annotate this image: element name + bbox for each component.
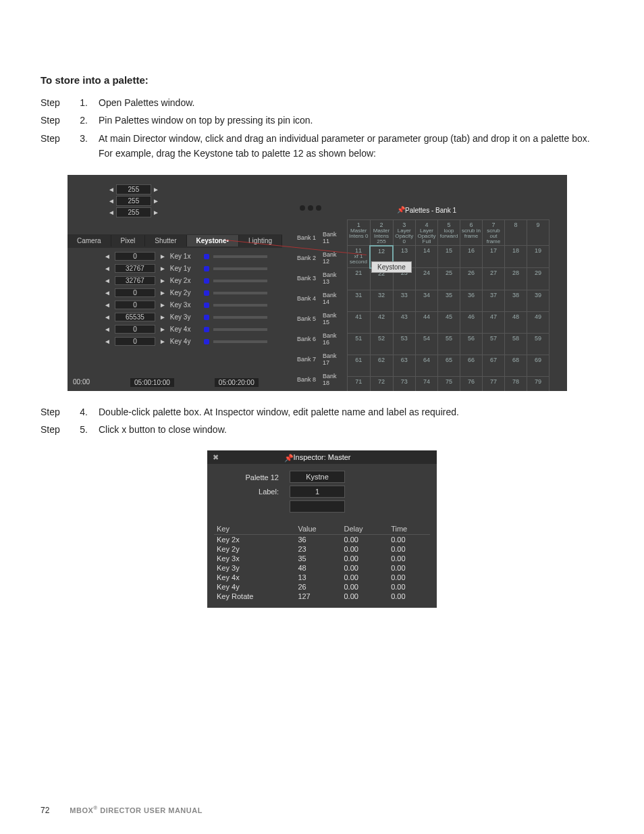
palette-cell[interactable]: 37 — [483, 290, 505, 311]
table-row[interactable]: Key 3y480.000.00 — [214, 563, 430, 573]
window-traffic-lights[interactable] — [300, 205, 321, 211]
palette-cell[interactable]: 42 — [370, 311, 393, 333]
palette-cell[interactable]: 29 — [527, 268, 549, 290]
palette-cell[interactable]: 62 — [370, 355, 393, 376]
bank-row[interactable]: Bank 2Bank 12 — [297, 248, 344, 268]
palette-cell[interactable]: 35 — [438, 290, 460, 311]
palette-name-input[interactable]: Kystne — [290, 471, 345, 483]
palette-cell[interactable]: 43 — [393, 311, 416, 333]
palette-cell[interactable]: 63 — [393, 355, 416, 376]
palette-cell[interactable]: 6scrub in frame — [460, 219, 483, 246]
palette-label-input[interactable]: 1 — [290, 486, 345, 498]
close-icon[interactable] — [300, 205, 305, 211]
palette-cell[interactable]: 79 — [527, 376, 549, 391]
palette-cell[interactable]: 52 — [370, 333, 393, 355]
pin-icon[interactable]: 📌 — [284, 454, 294, 463]
palette-cell[interactable]: 71 — [348, 376, 371, 391]
palette-cell[interactable]: 4Layer Opacity Full — [416, 219, 438, 246]
bank-row[interactable]: Bank 3Bank 13 — [297, 268, 344, 288]
palette-cell[interactable]: 27 — [483, 268, 505, 290]
palette-cell[interactable]: 25 — [438, 268, 460, 290]
bank-row[interactable]: Bank 7Bank 17 — [297, 349, 344, 369]
palette-cell[interactable]: 76 — [460, 376, 483, 391]
palette-cell[interactable]: 64 — [416, 355, 438, 376]
palette-cell[interactable]: 53 — [393, 333, 416, 355]
palette-cell[interactable]: 75 — [438, 376, 460, 391]
bank-row[interactable]: Bank 4Bank 14 — [297, 288, 344, 309]
palette-cell[interactable]: 26 — [460, 268, 483, 290]
palette-cell[interactable]: 11xf 1 second — [348, 246, 371, 268]
bank-row[interactable]: Bank 1Bank 11 — [297, 228, 344, 248]
palette-cell[interactable]: 58 — [505, 333, 527, 355]
palette-cell[interactable]: 55 — [438, 333, 460, 355]
key-row[interactable]: ◄0► Key 1x — [104, 251, 267, 263]
palette-cell[interactable]: 31 — [348, 290, 371, 311]
key-row[interactable]: ◄0► Key 4x — [104, 323, 267, 336]
palette-cell[interactable]: 66 — [460, 355, 483, 376]
palette-cell[interactable]: 48 — [505, 311, 527, 333]
key-row[interactable]: ◄32767► Key 1y — [104, 263, 267, 275]
palette-cell[interactable]: 18 — [505, 246, 527, 268]
palette-cell[interactable]: 59 — [527, 333, 549, 355]
palette-cell[interactable]: 33 — [393, 290, 416, 311]
palette-cell[interactable]: 8 — [505, 219, 527, 246]
bank-row[interactable]: Bank 6Bank 16 — [297, 329, 344, 349]
palette-cell[interactable]: 32 — [370, 290, 393, 311]
spinner[interactable]: ◄255► — [108, 196, 159, 206]
palette-cell[interactable]: 65 — [438, 355, 460, 376]
key-row[interactable]: ◄0► Key 2y — [104, 287, 267, 299]
palette-cell[interactable]: 54 — [416, 333, 438, 355]
pin-icon[interactable]: 📌 — [397, 206, 405, 213]
palette-cell[interactable]: 78 — [505, 376, 527, 391]
palette-cell[interactable]: 17 — [483, 246, 505, 268]
bank-row[interactable]: Bank 5Bank 15 — [297, 309, 344, 329]
palette-cell[interactable]: 74 — [416, 376, 438, 391]
palette-cell[interactable]: 45 — [438, 311, 460, 333]
palette-cell[interactable]: 28 — [505, 268, 527, 290]
key-row[interactable]: ◄65535► Key 3y — [104, 311, 267, 323]
palette-cell[interactable]: 46 — [460, 311, 483, 333]
palette-cell[interactable]: 44 — [416, 311, 438, 333]
palette-cell[interactable]: 21 — [348, 268, 371, 290]
palette-cell[interactable]: 61 — [348, 355, 371, 376]
minimize-icon[interactable] — [308, 205, 313, 211]
tab-camera[interactable]: Camera — [68, 235, 111, 246]
tab-pixel[interactable]: Pixel — [111, 235, 146, 246]
palette-cell[interactable]: 38 — [505, 290, 527, 311]
palette-extra-input[interactable] — [290, 500, 345, 513]
palette-cell[interactable]: 14 — [416, 246, 438, 268]
palette-cell[interactable]: 3Layer Opacity 0 — [393, 219, 416, 246]
key-row[interactable]: ◄0► Key 3x — [104, 299, 267, 311]
palette-cell[interactable]: 69 — [527, 355, 549, 376]
table-row[interactable]: Key 3x350.000.00 — [214, 554, 430, 563]
palette-cell[interactable]: 77 — [483, 376, 505, 391]
palette-cell[interactable]: 2Master Intens 255 — [370, 219, 393, 246]
palette-cell[interactable]: 16 — [460, 246, 483, 268]
palette-cell[interactable]: 47 — [483, 311, 505, 333]
palette-cell[interactable]: 15 — [438, 246, 460, 268]
palette-cell[interactable]: 41 — [348, 311, 371, 333]
table-row[interactable]: Key 2x360.000.00 — [214, 535, 430, 545]
palette-cell[interactable]: 39 — [527, 290, 549, 311]
palette-cell[interactable]: 73 — [393, 376, 416, 391]
palette-cell[interactable]: 9 — [527, 219, 549, 246]
palette-cell[interactable]: 34 — [416, 290, 438, 311]
spinner[interactable]: ◄255► — [108, 184, 159, 194]
table-row[interactable]: Key 4y260.000.00 — [214, 582, 430, 592]
palette-cell[interactable]: 7scrub out frame — [483, 219, 505, 246]
palette-cell[interactable]: 49 — [527, 311, 549, 333]
spinner[interactable]: ◄255► — [108, 207, 159, 217]
table-row[interactable]: Key 2y230.000.00 — [214, 544, 430, 554]
palette-cell[interactable]: 5loop forward — [438, 219, 460, 246]
palette-cell[interactable]: 36 — [460, 290, 483, 311]
table-row[interactable]: Key 4x130.000.00 — [214, 573, 430, 582]
palette-cell[interactable]: 1Master Intens 0 — [348, 219, 371, 246]
tab-shutter[interactable]: Shutter — [145, 235, 186, 246]
palette-cell[interactable]: 19 — [527, 246, 549, 268]
palette-cell[interactable]: 56 — [460, 333, 483, 355]
palette-cell[interactable]: 67 — [483, 355, 505, 376]
table-row[interactable]: Key Rotate1270.000.00 — [214, 592, 430, 601]
palette-cell[interactable]: 24 — [416, 268, 438, 290]
palette-cell[interactable]: 72 — [370, 376, 393, 391]
key-row[interactable]: ◄32767► Key 2x — [104, 275, 267, 287]
